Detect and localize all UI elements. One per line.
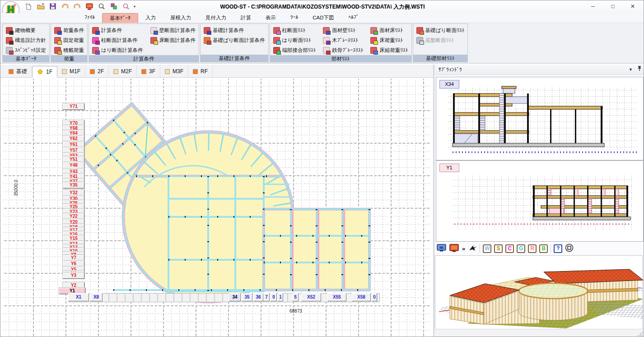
ribbon-item-foundation-calc[interactable]: 基礎計算条件 [203,25,266,35]
x-axis-label-0[interactable]: 0 [372,293,377,301]
x34-view-label[interactable]: X34 [439,80,459,89]
ribbon-item-span-pitch[interactable]: ｽﾊﾟﾝﾋﾟｯﾁ設定 [5,45,47,55]
y-axis-label-Y35[interactable]: Y35 [63,182,84,188]
menu-tab-6[interactable]: 表示 [258,13,283,23]
x-axis-label-34[interactable]: 34 [229,293,241,301]
close-button[interactable]: ✕ [623,0,643,12]
y1-view-label[interactable]: Y1 [439,164,459,172]
ribbon-item-steel-brace-list[interactable]: 鉄骨ﾌﾞﾚｰｽﾘｽﾄ [322,45,364,55]
bottom-scrollbar[interactable] [435,329,644,337]
menu-tab-0[interactable]: ﾌｧｲﾙ [77,13,102,23]
floor-tab-M2F[interactable]: M2F [109,66,137,77]
menu-tab-9[interactable]: ﾍﾙﾌﾟ [341,13,366,23]
elevation-view-x34[interactable]: X34 [436,77,644,160]
ribbon-group-4: 柱断面ﾘｽﾄはり断面ﾘｽﾄ端部接合部ﾘｽﾄ面材壁ﾘｽﾄ木ﾌﾞﾚｰｽﾘｽﾄ鉄骨ﾌﾞ… [270,23,412,62]
menu-tab-4[interactable]: 見付入力 [198,13,233,23]
ribbon-item-foundation-beam-list[interactable]: 基礎ばり断面ﾘｽﾄ [415,25,466,35]
ribbon-item-wall-section-calc[interactable]: 壁断面計算条件 [149,25,197,35]
layer-w-icon[interactable]: W [483,244,491,253]
y-axis-label-Y6[interactable]: Y6 [63,261,84,267]
layer-g-icon[interactable]: G [517,244,525,253]
menu-tab-2[interactable]: 入力 [138,13,163,23]
ribbon-item-building-overview[interactable]: 建物概要 [5,25,47,35]
ribbon-item-dead-load[interactable]: 固定荷重 [53,35,85,45]
fly-mode-icon[interactable] [468,244,477,253]
y-axis-label-Y32[interactable]: Y32 [63,190,84,196]
floor-section-calc-icon [150,37,157,44]
floor-tab-M3F[interactable]: M3F [160,66,188,77]
floor-tab-M1F[interactable]: M1F [57,66,85,77]
layer-c-icon[interactable]: C [505,244,514,253]
x-axis-label-X8[interactable]: X8 [90,293,103,301]
pin-icon[interactable] [637,65,642,75]
x-axis-label-35[interactable]: 35 [242,293,252,301]
resize-grip[interactable] [637,331,644,337]
y-axis-label-Y22[interactable]: Y22 [63,213,84,220]
floor-tab-bar: 基礎1FM1F2FM2F3FM3FRF [0,65,433,77]
ribbon-item-calc-condition[interactable]: 計算条件 [91,25,144,35]
x-axis-label-X52[interactable]: X52 [301,293,321,301]
ribbon-group-caption: 基本ﾃﾞｰﾀ [3,55,49,62]
floor-tab-RF[interactable]: RF [188,66,213,77]
ribbon-item-beam-section-list[interactable]: はり断面ﾘｽﾄ [272,35,317,45]
ribbon-item-floor-frame-load-list[interactable]: 床組荷重ﾘｽﾄ [369,45,409,55]
y-axis-label-Y71[interactable]: Y71 [63,103,84,110]
ribbon-item-label: 荷重条件 [63,27,84,34]
ribbon-item-wood-brace-list[interactable]: 木ﾌﾞﾚｰｽﾘｽﾄ [322,35,364,45]
x-axis-label-7[interactable]: 7 [263,293,270,301]
ribbon-item-live-load[interactable]: 積載荷重 [53,45,85,55]
x-axis-label-X1[interactable]: X1 [68,293,89,301]
layer-b-icon[interactable]: B [539,244,548,253]
y-axis-label-Y51[interactable]: Y51 [63,156,84,163]
y-axis-label-Y61[interactable]: Y61 [63,141,84,148]
collapse-icon[interactable]: ▼ [629,65,633,75]
ribbon-item-floor-section-calc[interactable]: 床断面計算条件 [149,35,197,45]
floor-tab-1F[interactable]: 1F [32,66,57,78]
ribbon-item-foundation-beam-calc[interactable]: 基礎ばり断面計算条件 [203,35,266,45]
menu-tab-3[interactable]: 屋根入力 [163,13,198,23]
ribbon-item-column-section-calc[interactable]: 柱断面計算条件 [91,35,144,45]
floor-tab-基礎[interactable]: 基礎 [4,66,32,77]
floor-tab-2F[interactable]: 2F [85,66,109,77]
ribbon-item-label: はり断面ﾘｽﾄ [282,37,311,44]
menu-tab-7[interactable]: ﾂｰﾙ [283,13,305,23]
ribbon-item-design-policy[interactable]: 構造設計方針 [5,35,47,45]
x-axis-label-1[interactable]: 1 [278,293,283,301]
display-monitor-icon[interactable] [449,243,459,254]
ribbon-item-label: 柱断面計算条件 [101,37,138,44]
x-axis-label-0[interactable]: 0 [271,293,277,301]
ribbon-item-end-joint-list[interactable]: 端部接合部ﾘｽﾄ [272,45,317,55]
x-axis-label-X55[interactable]: X55 [327,293,346,301]
maximize-button[interactable]: □ [603,0,623,12]
minimize-button[interactable]: ─ [583,0,603,12]
menu-tab-8[interactable]: CAD下図 [305,13,341,23]
ribbon-item-floor-load-list[interactable]: 床荷重ﾘｽﾄ [369,35,409,45]
layer-s-icon[interactable]: S [494,244,503,253]
ribbon-item-load-condition[interactable]: 荷重条件 [53,25,85,35]
ribbon-item-panel-wall-list[interactable]: 面材壁ﾘｽﾄ [322,25,364,35]
model-monitor-icon[interactable]: m [437,243,447,254]
floor-tab-3F[interactable]: 3F [137,66,160,77]
menu-tab-1[interactable]: 基本ﾃﾞｰﾀ [102,13,138,23]
cad-plan-area[interactable]: 35000.0 68873 Y71Y70Y68Y64Y62Y61Y57Y53Y5… [0,77,433,337]
ribbon-item-column-section-list[interactable]: 柱断面ﾘｽﾄ [272,25,317,35]
ribbon-item-panel-floor-list[interactable]: 面材床ﾘｽﾄ [369,25,409,35]
y-axis-label-Y7[interactable]: Y7 [63,255,84,261]
fit-view-icon[interactable] [565,243,574,253]
elevation-view-y1[interactable]: Y1 [436,160,644,242]
ribbon-item-base-slab-list[interactable]: 底盤断面ﾘｽﾄ [415,35,466,45]
y-axis-label-Y3[interactable]: Y3 [63,272,84,279]
x-axis-label-X58[interactable]: X58 [352,293,371,301]
ribbon-item-label: 柱断面ﾘｽﾄ [282,27,306,34]
y-axis-label-Y48[interactable]: Y48 [63,162,84,168]
base-slab-list-icon [416,37,423,44]
ribbon-item-beam-section-calc[interactable]: はり断面計算条件 [91,45,144,55]
x-axis-label-5[interactable]: 5 [292,293,299,301]
chevron-expand-icon[interactable]: » [462,245,465,252]
x-axis-label-36[interactable]: 36 [253,293,263,301]
y-axis-label-Y62[interactable]: Y62 [63,136,84,142]
help-icon[interactable]: ? [554,244,562,253]
menu-tab-5[interactable]: 計算 [233,13,258,23]
view-3d[interactable] [435,255,643,330]
layer-r-icon[interactable]: R [528,244,537,253]
